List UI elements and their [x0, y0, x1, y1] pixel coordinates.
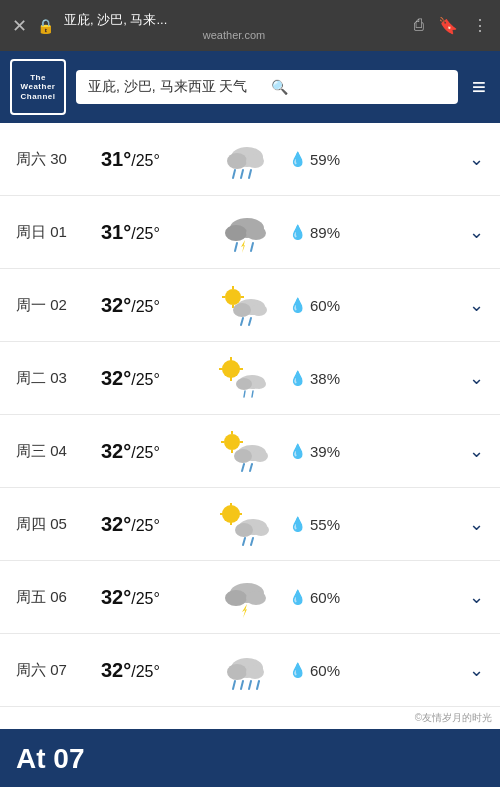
- svg-point-38: [234, 449, 252, 463]
- svg-point-22: [222, 360, 240, 378]
- expand-icon-4[interactable]: ⌄: [469, 440, 484, 462]
- forecast-row-5[interactable]: 周四 05 32°/25° 💧55% ⌄: [0, 488, 500, 561]
- day-label-1: 周日 01: [16, 223, 91, 242]
- svg-line-4: [241, 170, 243, 178]
- svg-line-30: [244, 391, 245, 397]
- svg-line-59: [233, 681, 235, 689]
- temp-2: 32°/25°: [101, 294, 201, 317]
- svg-line-31: [252, 391, 253, 397]
- svg-line-10: [235, 243, 237, 251]
- expand-icon-3[interactable]: ⌄: [469, 367, 484, 389]
- day-label-3: 周二 03: [16, 369, 91, 388]
- share-icon[interactable]: ⎙: [414, 16, 424, 35]
- temp-5: 32°/25°: [101, 513, 201, 536]
- search-icon: 🔍: [271, 79, 446, 95]
- weather-icon-0: [211, 137, 279, 181]
- watermark: ©友情岁月的时光: [0, 707, 500, 729]
- svg-point-53: [225, 590, 247, 606]
- search-text: 亚庇, 沙巴, 马来西亚 天气: [88, 78, 263, 96]
- svg-line-61: [249, 681, 251, 689]
- hamburger-menu-icon[interactable]: ≡: [468, 73, 490, 101]
- forecast-row-7[interactable]: 周六 07 32°/25° 💧60% ⌄: [0, 634, 500, 707]
- precip-1: 💧89%: [289, 224, 351, 241]
- precip-2: 💧60%: [289, 297, 351, 314]
- browser-actions: ⎙ 🔖 ⋮: [414, 16, 488, 35]
- expand-icon-6[interactable]: ⌄: [469, 586, 484, 608]
- svg-line-51: [251, 538, 253, 545]
- svg-line-20: [241, 318, 243, 325]
- expand-icon-7[interactable]: ⌄: [469, 659, 484, 681]
- svg-point-1: [227, 153, 247, 169]
- forecast-row-3[interactable]: 周二 03 32°/25° 💧38% ⌄: [0, 342, 500, 415]
- svg-point-12: [225, 289, 241, 305]
- weather-forecast-list: 周六 30 31°/25° 💧59% ⌄ 周日 01 31°/25°: [0, 123, 500, 707]
- temp-3: 32°/25°: [101, 367, 201, 390]
- day-label-7: 周六 07: [16, 661, 91, 680]
- temp-1: 31°/25°: [101, 221, 201, 244]
- svg-point-54: [246, 591, 266, 605]
- svg-point-57: [227, 664, 247, 680]
- svg-point-39: [252, 450, 268, 462]
- svg-marker-55: [242, 604, 247, 618]
- svg-line-40: [242, 464, 244, 471]
- weather-icon-2: [211, 283, 279, 327]
- lock-icon: 🔒: [37, 18, 54, 34]
- precip-3: 💧38%: [289, 370, 351, 387]
- svg-point-28: [236, 378, 252, 390]
- svg-point-29: [252, 379, 266, 389]
- precip-0: 💧59%: [289, 151, 351, 168]
- day-label-6: 周五 06: [16, 588, 91, 607]
- precip-6: 💧60%: [289, 589, 351, 606]
- weather-channel-logo: The Weather Channel: [10, 59, 66, 115]
- precip-7: 💧60%: [289, 662, 351, 679]
- forecast-row-4[interactable]: 周三 04 32°/25° 💧39% ⌄: [0, 415, 500, 488]
- temp-6: 32°/25°: [101, 586, 201, 609]
- svg-point-8: [246, 226, 266, 240]
- weather-icon-1: [211, 210, 279, 254]
- url-area: 亚庇, 沙巴, 马来... weather.com: [64, 10, 404, 41]
- forecast-row-2[interactable]: 周一 02 32°/25° 💧60% ⌄: [0, 269, 500, 342]
- precip-5: 💧55%: [289, 516, 351, 533]
- url-domain: weather.com: [64, 29, 404, 41]
- forecast-row-6[interactable]: 周五 06 32°/25° 💧60% ⌄: [0, 561, 500, 634]
- close-tab-icon[interactable]: ✕: [12, 15, 27, 37]
- weather-icon-5: [211, 502, 279, 546]
- svg-line-62: [257, 681, 259, 689]
- svg-point-18: [233, 303, 251, 317]
- forecast-row-0[interactable]: 周六 30 31°/25° 💧59% ⌄: [0, 123, 500, 196]
- logo-line3: Channel: [20, 92, 55, 101]
- temp-7: 32°/25°: [101, 659, 201, 682]
- svg-line-5: [249, 170, 251, 178]
- svg-point-49: [253, 524, 269, 536]
- svg-point-48: [235, 523, 253, 537]
- more-icon[interactable]: ⋮: [472, 16, 488, 35]
- weather-icon-7: [211, 648, 279, 692]
- browser-chrome: ✕ 🔒 亚庇, 沙巴, 马来... weather.com ⎙ 🔖 ⋮: [0, 0, 500, 51]
- expand-icon-0[interactable]: ⌄: [469, 148, 484, 170]
- expand-icon-1[interactable]: ⌄: [469, 221, 484, 243]
- precip-4: 💧39%: [289, 443, 351, 460]
- bookmark-icon[interactable]: 🔖: [438, 16, 458, 35]
- svg-point-32: [224, 434, 240, 450]
- svg-marker-9: [241, 240, 245, 253]
- expand-icon-5[interactable]: ⌄: [469, 513, 484, 535]
- day-label-4: 周三 04: [16, 442, 91, 461]
- page-title: 亚庇, 沙巴, 马来...: [64, 12, 167, 27]
- svg-line-3: [233, 170, 235, 178]
- search-bar[interactable]: 亚庇, 沙巴, 马来西亚 天气 🔍: [76, 70, 458, 104]
- temp-0: 31°/25°: [101, 148, 201, 171]
- forecast-row-1[interactable]: 周日 01 31°/25° 💧89% ⌄: [0, 196, 500, 269]
- app-header: The Weather Channel 亚庇, 沙巴, 马来西亚 天气 🔍 ≡: [0, 51, 500, 123]
- logo-line1: The: [30, 73, 46, 82]
- expand-icon-2[interactable]: ⌄: [469, 294, 484, 316]
- svg-line-11: [251, 243, 253, 251]
- day-label-0: 周六 30: [16, 150, 91, 169]
- svg-point-7: [225, 225, 247, 241]
- svg-line-60: [241, 681, 243, 689]
- weather-icon-6: [211, 575, 279, 619]
- day-label-2: 周一 02: [16, 296, 91, 315]
- weather-icon-4: [211, 429, 279, 473]
- svg-line-41: [250, 464, 252, 471]
- svg-point-19: [251, 304, 267, 316]
- svg-point-58: [246, 665, 264, 679]
